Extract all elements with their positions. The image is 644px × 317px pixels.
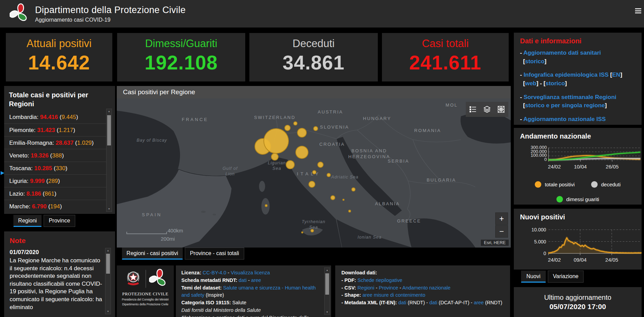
text-segment: - [398,285,402,291]
region-bubble-19[interactable] [301,231,303,233]
zoom-in-button[interactable]: + [495,212,508,225]
nuovi-tab-variazione[interactable]: Variazione [548,271,584,283]
text-segment: - Shape: [341,292,362,298]
region-bubble-4[interactable] [297,128,307,138]
region-bubble-12[interactable] [327,173,331,177]
region-row-toscana[interactable]: Toscana: 10.285 (330) [4,162,107,174]
scroll-up-icon[interactable]: ▲ [105,248,111,253]
region-row-emilia-romagna[interactable]: Emilia-Romagna: 28.637 (1.029) [4,136,107,149]
map-tab-province-casi-totali[interactable]: Province - casi totali [185,248,244,260]
scroll-down-icon[interactable]: ▼ [325,310,330,315]
region-bubble-3[interactable] [293,121,297,125]
text-segment: - [520,50,523,56]
country-label-bulgaria: BULGARIA [427,177,456,183]
link-infografica-epidemiologica-iss[interactable]: Infografica epidemiologica ISS [523,72,609,78]
link-en[interactable]: EN [612,72,620,78]
region-list-scrollbar[interactable]: ▲ ▼ [106,109,112,212]
link-cc-by-4-0[interactable]: CC-BY-4.0 [203,270,226,275]
link-dati[interactable]: dati [239,277,247,283]
legend-item-deceduti[interactable]: deceduti [591,181,621,188]
region-bubble-8[interactable] [286,160,295,169]
andamento-chart[interactable] [548,146,641,163]
link-dati[interactable]: dati [398,300,406,305]
region-row-piemonte[interactable]: Piemonte: 31.423 (1.217) [4,123,107,136]
region-bubble-5[interactable] [313,126,318,131]
region-bubble-13[interactable] [330,195,335,200]
scale-bar [126,232,167,234]
region-total: 31.423 [37,127,55,133]
license-line: Scheda metadati RNDT: dati - aree [181,277,320,284]
region-row-marche[interactable]: Marche: 6.790 (194) [4,200,107,212]
tab-regioni[interactable]: Regioni [13,215,42,227]
region-bubble-1[interactable] [263,128,289,154]
region-bubble-10[interactable] [317,162,324,168]
link-province[interactable]: Province [379,285,398,291]
region-total: 9.999 [30,178,45,184]
link-web[interactable]: web [525,80,536,87]
link-dati[interactable]: dati [429,300,437,305]
nuovi-chart[interactable] [548,228,642,255]
region-bubble-16[interactable] [348,210,351,212]
region-bubble-7[interactable] [271,153,279,161]
region-positive: 1.029 [77,140,92,146]
nuovi-tab-nuovi[interactable]: Nuovi [521,271,546,283]
region-row-veneto[interactable]: Veneto: 19.326 (388) [4,149,107,162]
map-canvas[interactable]: FRANCESWITZERLANDAUSTRIAHUNGARYSLOVENIAC… [117,98,511,248]
region-positive: 861 [45,190,54,197]
card-label: Dimessi/Guariti [117,37,245,50]
scroll-down-icon[interactable]: ▼ [106,207,112,211]
link-storico-e-per-singola-regione[interactable]: storico e per singola regione [525,102,605,109]
basemap-icon[interactable] [495,103,507,115]
region-bubble-11[interactable] [308,181,315,188]
layers-icon[interactable] [481,103,493,115]
info-item-1: - Infografica epidemiologica ISS [EN][we… [520,71,637,88]
card-label: Casi totali [382,37,509,50]
note-scrollbar[interactable]: ▲ ▼ [105,248,111,314]
link-aree[interactable]: aree [251,277,261,283]
license-line: Temi del dataset: Salute umana e sicurez… [181,284,320,299]
legend-icon[interactable] [467,103,479,115]
link-sorveglianza-settimanale-regioni[interactable]: Sorveglianza settimanale Regioni [523,94,616,100]
header-menu-icon[interactable] [635,8,641,13]
sidebar-expand-icon[interactable]: ▶ [1,170,4,175]
link-storico[interactable]: storico [545,80,565,87]
link-visualizza-licenza[interactable]: Visualizza licenza [231,270,270,275]
map-tab-regioni-casi-positivi[interactable]: Regioni - casi positivi [122,248,183,260]
legend-item-dimessi-guariti[interactable]: dimessi guariti [556,196,599,203]
region-row-lombardia[interactable]: Lombardia: 94.416 (9.445) [4,111,107,123]
scroll-down-icon[interactable]: ▼ [105,309,111,314]
link-aree[interactable]: aree [474,300,484,305]
region-bubble-18[interactable] [310,229,314,232]
region-row-liguria[interactable]: Liguria: 9.999 (289) [4,174,107,187]
region-bubble-14[interactable] [351,187,355,192]
link-storico[interactable]: storico [525,58,545,65]
text-segment: ] [544,58,546,65]
scrollbar-thumb[interactable] [325,273,329,295]
region-bubble-17[interactable] [265,204,268,207]
region-bubble-9[interactable] [312,170,316,174]
download-line: Download dati: [341,269,510,277]
link-schede-riepilogative[interactable]: Schede riepilogative [358,277,403,283]
license-scrollbar[interactable]: ▲ ▼ [324,267,330,315]
region-bubble-15[interactable] [342,199,344,201]
scroll-up-icon[interactable]: ▲ [325,268,330,273]
license-panel: Licenza: CC-BY-4.0 - Visualizza licenzaS… [176,265,331,317]
map-panel-title: Casi positivi per Regione [117,86,511,98]
legend-item-totale-positivi[interactable]: totale positivi [535,181,575,188]
zoom-out-button[interactable]: − [495,225,508,238]
link-andamento-nazionale[interactable]: Andamento nazionale [402,285,450,291]
scrollbar-thumb[interactable] [107,115,111,145]
region-bubble-2[interactable] [284,125,291,131]
link-aggiornamento-nazionale-iss[interactable]: Aggiornamento nazionale ISS [523,116,606,122]
sea-label-tyrrhenian-sea: Tyrrhenian Sea [302,219,326,230]
stat-card-attuali-positivi: Attuali positivi14.642 [6,33,112,81]
link-regioni[interactable]: Regioni [358,285,374,291]
tab-province[interactable]: Province [44,215,75,227]
scrollbar-thumb[interactable] [106,254,110,274]
region-bubble-6[interactable] [295,146,308,159]
text-segment: - [520,72,523,78]
link-aggiornamento-dati-sanitari[interactable]: Aggiornamento dati sanitari [523,50,601,56]
region-row-lazio[interactable]: Lazio: 8.186 (861) [4,187,107,200]
link-aree-misure-di-contenimento[interactable]: aree misure di contenimento [362,292,425,298]
scroll-up-icon[interactable]: ▲ [106,109,112,114]
